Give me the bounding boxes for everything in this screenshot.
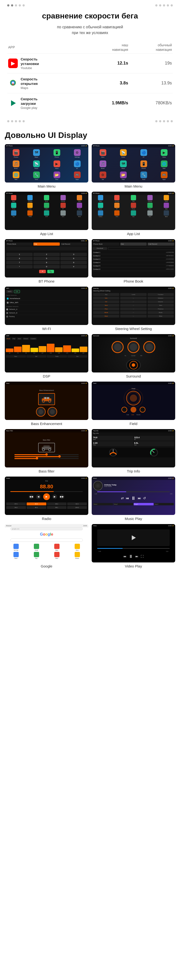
ui-label-video-play: Video Play — [125, 564, 142, 568]
dsp-bar-label: 159 — [58, 352, 60, 354]
video-play-btn: ⏸ — [129, 554, 133, 559]
screenshot-bass-filter: Bass Filter10:00 ⚡ Bass filter — [5, 429, 88, 468]
trip-cell: 6.5L Fuel — [134, 441, 174, 446]
field-knob-active — [131, 407, 136, 412]
contact-num: +987654321 — [166, 255, 174, 256]
trip-val: 74.8 — [93, 436, 133, 439]
radio-prev-freq-btn: ◀ — [36, 494, 41, 499]
app-icon: 🎵 — [100, 161, 106, 167]
sw-cell: --- — [120, 315, 147, 318]
app-icon — [131, 195, 136, 200]
app-text-play: Скоростьзагрузки Google play — [21, 97, 37, 110]
ui-item-wifi: WiFi10:00 ⚡ WiFi ON Saved Networks HomeN… — [5, 286, 88, 331]
dots-bottom-left — [7, 120, 25, 123]
ui-label-phone-book: Phone Book — [124, 279, 143, 283]
screenshot-main-menu-1: BT Phone10:00 ⚡ 🎬Photos 🗺Maps 📱Phone ⚙Se… — [5, 144, 88, 183]
app-icon — [147, 195, 153, 200]
icon-label: Music — [14, 168, 18, 169]
statusbar: Bass Filter10:00 ⚡ — [5, 429, 88, 433]
wifi-dot — [6, 309, 8, 310]
surround-knob-1 — [112, 341, 124, 353]
app-item: Phone — [6, 203, 22, 210]
dot — [163, 4, 165, 6]
app-cell-youtube: ▶ Скоростьустановки Youtube — [8, 57, 84, 70]
dsp-preset: Rock — [6, 337, 11, 340]
dot — [19, 120, 21, 123]
icon-block: 🎮Apps — [67, 171, 87, 181]
contact-name: Contact 4 — [93, 262, 100, 263]
icon-block: ▶Video — [155, 148, 174, 159]
app-icon: ⚙ — [74, 149, 81, 156]
key-hash: # — [61, 265, 87, 268]
app-cell-maps: Скоростьоткрытия Maps — [8, 77, 84, 90]
dsp-bar-label: 175 — [66, 352, 68, 354]
wifi-ssid: Factory — [9, 316, 14, 317]
ui-label-steering: Steering Wheel Setting — [115, 327, 152, 331]
knob-inner — [38, 409, 43, 414]
radio-bar — [10, 491, 83, 492]
dsp-bar-wrap: 63 — [6, 342, 13, 354]
dsp-settings-row: Bass Mid Treble Sub — [6, 355, 88, 358]
app-item: File — [6, 210, 22, 217]
slider-fill — [14, 454, 46, 455]
shortcut-label: Maps — [55, 549, 58, 551]
app-label: Gallery — [45, 208, 48, 210]
icon-block: ▶Video — [47, 159, 67, 170]
statusbar: Trip Info10:00 ⚡ — [92, 429, 175, 433]
icon-block: 📂Files — [47, 171, 67, 181]
app-label: TPMS — [28, 216, 32, 217]
video-total-time: 2:10 — [166, 551, 168, 552]
dsp-bar — [72, 348, 79, 352]
video-progress-fill — [97, 548, 123, 549]
video-next-btn: ⏭ — [135, 555, 138, 558]
video-prev-btn: ⏮ — [123, 555, 126, 558]
ui-display-title: Довольно UI Display — [5, 130, 175, 140]
youtube-icon: ▶ — [8, 59, 18, 68]
wifi-ssid: Network_B — [9, 312, 17, 314]
field-knob — [140, 407, 145, 412]
letter-o-2: o — [45, 532, 48, 536]
wifi-section-label: Saved Networks — [6, 294, 87, 296]
shortcut-label: Meet — [56, 558, 58, 559]
statusbar: Bass10:00 ⚡ — [5, 382, 88, 385]
screenshot-video-play: Video10:00 ⚡ 0:45 2:10 — [92, 524, 175, 562]
app-label: Gallery — [99, 216, 102, 217]
app-item: Nav — [126, 210, 141, 217]
table-row: ▶ Скоростьустановки Youtube 12.1s 19s — [7, 53, 173, 73]
app-label: BT — [62, 208, 64, 210]
google-shortcut: Maps — [47, 544, 67, 551]
music-content: Ordinary Today Artist Name 1:23 3:45 ⇄ ⏮ — [92, 477, 175, 515]
table-row: Скоростьзагрузки Google play 1.9MB/s 780… — [7, 93, 173, 113]
wifi-dot — [7, 302, 9, 304]
app-icon: 🗺 — [120, 161, 127, 167]
app-label: Music — [99, 208, 102, 210]
contact-num: +000111222 — [166, 268, 174, 270]
dsp-bar-wrap: 191 — [72, 342, 79, 354]
sw-cell: Vol- — [93, 300, 119, 303]
trip-val: 123.4 — [134, 436, 174, 439]
ui-label-bass-enhancement: Bass Enhancement — [31, 422, 62, 426]
slider-fill — [14, 458, 37, 459]
bass-filter-slider — [14, 458, 79, 459]
app-icon — [61, 210, 66, 216]
app-label: DVR — [45, 216, 48, 217]
sw-cell: Level — [120, 293, 147, 296]
dot — [159, 120, 161, 123]
dot — [11, 4, 13, 6]
trip-gauge-row — [92, 448, 174, 457]
playlist-item: Song 4 — [154, 503, 174, 505]
app-icon: 🎵 — [13, 161, 19, 167]
app-item: Files — [109, 210, 125, 217]
app-item: AUX — [142, 210, 158, 217]
contact-name: Contact 2 — [93, 255, 100, 257]
surround-knobs-row — [112, 341, 155, 353]
dot — [19, 4, 21, 6]
dsp-bar-wrap: 111 — [30, 342, 38, 354]
google-shortcuts: YouTube Gmail Maps Drive — [6, 544, 87, 559]
trip-row: 74.8 km/h 123.4 km — [92, 436, 174, 441]
dsp-content: Rock Pop Jazz Classic Custom 63799511112… — [5, 334, 88, 372]
screenshot-main-menu-2: BT Phone10:00 ⚡ 🎬Main 📡Radio 🔵BT ▶Video … — [92, 144, 175, 183]
sw-cell: Key — [93, 293, 119, 296]
wifi-on-badge: ON — [14, 290, 20, 293]
app-item: APMaps — [22, 195, 38, 202]
